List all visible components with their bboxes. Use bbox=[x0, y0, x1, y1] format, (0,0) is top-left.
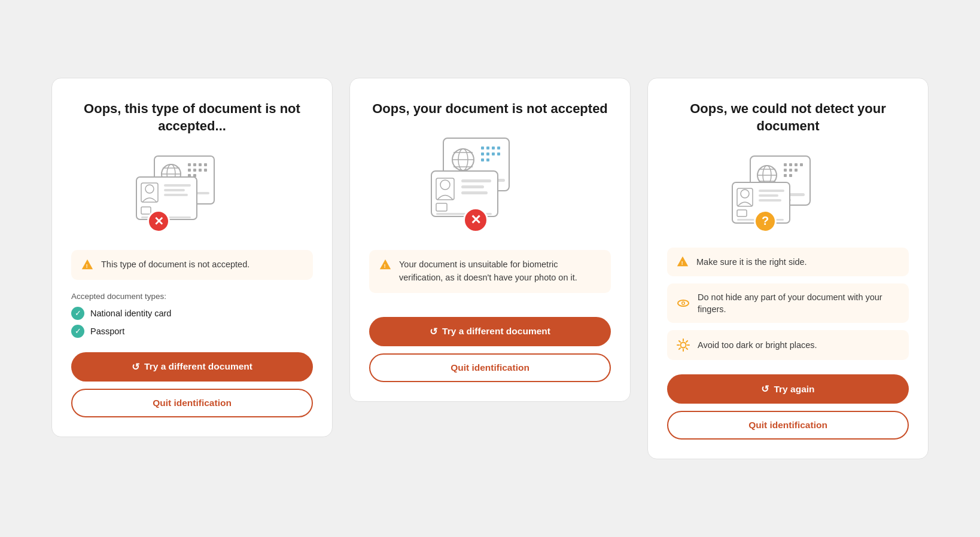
list-item: ✓ Passport bbox=[71, 325, 313, 338]
btn-secondary-label: Quit identification bbox=[153, 398, 232, 408]
quit-identification-button[interactable]: Quit identification bbox=[369, 353, 611, 382]
error-badge: ✕ bbox=[463, 208, 488, 233]
svg-line-90 bbox=[679, 348, 680, 349]
doc-type-label: Passport bbox=[90, 327, 124, 336]
card-not-detected: Oops, we could not detect your document bbox=[647, 78, 929, 460]
card2-alert: ! Your document is unsuitable for biomet… bbox=[369, 250, 611, 293]
doc-type-label: National identity card bbox=[90, 309, 171, 318]
svg-rect-33 bbox=[481, 147, 484, 149]
check-icon: ✓ bbox=[71, 325, 84, 338]
card2-title: Oops, your document is not accepted bbox=[369, 100, 611, 118]
sun-icon bbox=[676, 338, 690, 352]
svg-rect-24 bbox=[164, 194, 188, 196]
id-card-icon bbox=[430, 170, 499, 218]
card1-illustration: ✕ bbox=[71, 152, 313, 236]
quit-identification-button[interactable]: Quit identification bbox=[667, 411, 909, 440]
svg-rect-35 bbox=[492, 147, 495, 149]
warning-icon: ! bbox=[676, 255, 689, 268]
svg-rect-10 bbox=[188, 169, 191, 172]
card1-title: Oops, this type of document is not accep… bbox=[71, 100, 313, 135]
doc-type-list: ✓ National identity card ✓ Passport bbox=[71, 307, 313, 338]
svg-rect-42 bbox=[486, 158, 489, 161]
svg-rect-23 bbox=[164, 189, 185, 191]
hint-item: ! Make sure it is the right side. bbox=[667, 248, 909, 276]
eye-icon bbox=[676, 296, 690, 310]
svg-rect-68 bbox=[789, 174, 792, 177]
svg-line-91 bbox=[686, 341, 687, 342]
svg-rect-34 bbox=[486, 147, 489, 149]
svg-point-82 bbox=[683, 303, 684, 304]
svg-rect-8 bbox=[199, 163, 202, 166]
svg-line-89 bbox=[686, 348, 687, 349]
svg-rect-40 bbox=[497, 152, 500, 155]
card-type-not-accepted: Oops, this type of document is not accep… bbox=[51, 78, 333, 437]
svg-rect-50 bbox=[461, 185, 484, 188]
btn-primary-label: Try again bbox=[774, 384, 814, 395]
error-badge: ✕ bbox=[147, 210, 170, 233]
btn-secondary-label: Quit identification bbox=[451, 362, 529, 373]
svg-rect-77 bbox=[759, 199, 781, 202]
hint-list: ! Make sure it is the right side. Do not… bbox=[667, 248, 909, 361]
btn-primary-label: Try a different document bbox=[442, 326, 550, 337]
svg-rect-36 bbox=[497, 147, 500, 149]
svg-rect-64 bbox=[784, 169, 787, 172]
card3-title: Oops, we could not detect your document bbox=[667, 100, 909, 135]
quit-identification-button[interactable]: Quit identification bbox=[71, 389, 313, 417]
warning-icon: ! bbox=[81, 258, 94, 271]
svg-rect-49 bbox=[461, 179, 491, 182]
svg-rect-67 bbox=[784, 174, 787, 177]
try-different-document-button[interactable]: ↺ Try a different document bbox=[71, 352, 313, 382]
svg-rect-11 bbox=[193, 169, 196, 172]
hint-item: Avoid too dark or bright places. bbox=[667, 330, 909, 360]
question-badge: ? bbox=[754, 210, 777, 233]
svg-line-88 bbox=[679, 341, 680, 342]
refresh-icon: ↺ bbox=[132, 361, 139, 373]
card-doc-not-accepted: Oops, your document is not accepted bbox=[349, 78, 631, 402]
btn-secondary-label: Quit identification bbox=[748, 420, 827, 431]
warning-icon: ! bbox=[379, 258, 392, 271]
try-different-document-button[interactable]: ↺ Try a different document bbox=[369, 317, 611, 346]
svg-rect-22 bbox=[164, 184, 191, 187]
btn-primary-label: Try a different document bbox=[144, 361, 252, 372]
svg-rect-51 bbox=[461, 191, 488, 194]
svg-rect-12 bbox=[199, 169, 202, 172]
svg-rect-65 bbox=[789, 169, 792, 172]
refresh-icon: ↺ bbox=[761, 383, 769, 395]
svg-rect-66 bbox=[795, 169, 798, 172]
hint-text: Avoid too dark or bright places. bbox=[698, 339, 817, 351]
svg-text:!: ! bbox=[681, 260, 683, 266]
card1-alert-text: This type of document is not accepted. bbox=[101, 258, 249, 271]
svg-rect-9 bbox=[204, 163, 207, 166]
card1-alert: ! This type of document is not accepted. bbox=[71, 250, 313, 280]
svg-rect-13 bbox=[204, 169, 207, 172]
svg-text:!: ! bbox=[384, 264, 386, 269]
svg-point-83 bbox=[681, 343, 686, 348]
svg-rect-75 bbox=[759, 190, 784, 192]
svg-rect-38 bbox=[486, 152, 489, 155]
accepted-label: Accepted document types: bbox=[71, 292, 313, 301]
svg-rect-63 bbox=[800, 163, 803, 166]
svg-rect-37 bbox=[481, 152, 484, 155]
card3-illustration: ? bbox=[667, 152, 909, 236]
card2-alert-text: Your document is unsuitable for biometri… bbox=[399, 258, 601, 285]
svg-text:!: ! bbox=[86, 263, 88, 268]
check-icon: ✓ bbox=[71, 307, 84, 320]
svg-rect-61 bbox=[789, 163, 792, 166]
refresh-icon: ↺ bbox=[430, 326, 437, 337]
hint-text: Make sure it is the right side. bbox=[696, 256, 807, 268]
svg-rect-41 bbox=[481, 158, 484, 161]
svg-rect-76 bbox=[759, 194, 778, 197]
hint-item: Do not hide any part of your document wi… bbox=[667, 283, 909, 324]
svg-rect-6 bbox=[188, 163, 191, 166]
card2-illustration: ✕ bbox=[369, 134, 611, 236]
hint-text: Do not hide any part of your document wi… bbox=[698, 291, 900, 316]
svg-rect-60 bbox=[784, 163, 787, 166]
svg-rect-62 bbox=[795, 163, 798, 166]
svg-rect-7 bbox=[193, 163, 196, 166]
list-item: ✓ National identity card bbox=[71, 307, 313, 320]
cards-container: Oops, this type of document is not accep… bbox=[28, 54, 952, 484]
try-again-button[interactable]: ↺ Try again bbox=[667, 374, 909, 404]
svg-rect-39 bbox=[492, 152, 495, 155]
